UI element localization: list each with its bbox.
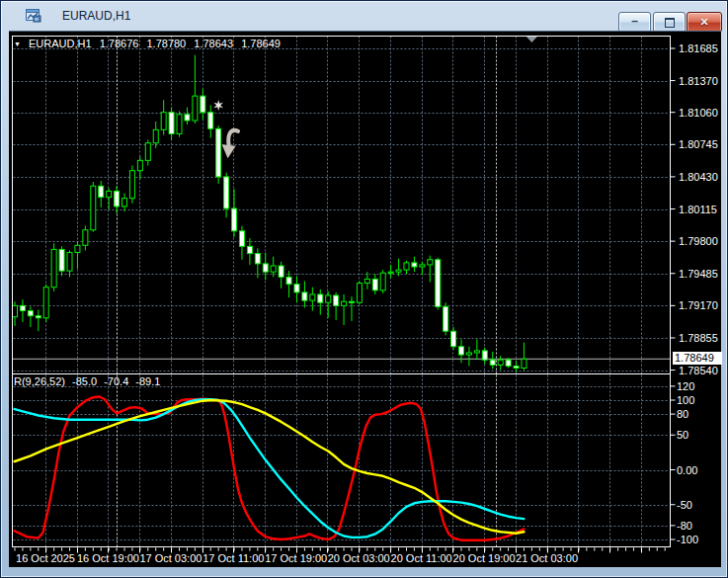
- indicator-value-cyan: -70.4: [104, 375, 128, 387]
- candle-bear: [349, 301, 354, 302]
- indicator-axis-label: 120: [677, 380, 694, 392]
- grid: [14, 37, 670, 547]
- current-price-tag: 1.78649: [673, 352, 722, 365]
- star-icon: [213, 100, 223, 111]
- candle-bear: [514, 366, 519, 368]
- candle-bull: [107, 191, 112, 197]
- price-label: 1.80745: [679, 138, 718, 150]
- time-label: 17 Oct 11:00: [202, 552, 264, 564]
- price-label: 1.79170: [679, 299, 718, 311]
- candle-bull: [177, 115, 182, 134]
- candle-bear: [201, 96, 205, 113]
- titlebar[interactable]: w EURAUD,H1 – ✕: [1, 1, 727, 31]
- candle-bear: [412, 263, 417, 267]
- window-title: EURAUD,H1: [62, 9, 130, 23]
- candle-bull: [342, 301, 347, 305]
- candle-bear: [279, 266, 283, 277]
- header-low: 1.78643: [194, 38, 233, 49]
- time-label: 20 Oct 03:00: [328, 552, 390, 564]
- indicator-axis-label: 80: [677, 408, 688, 420]
- candle-bull: [396, 270, 401, 272]
- candle-bull: [75, 245, 80, 252]
- time-label: 16 Oct 2025: [16, 552, 75, 564]
- candle-bull: [310, 294, 315, 300]
- candle-bull: [404, 263, 409, 270]
- ohlc-header: ▼ EURAUD,H1 1.78676 1.78780 1.78643 1.78…: [14, 38, 285, 49]
- candle-bear: [482, 351, 487, 360]
- candle-bull: [380, 273, 385, 290]
- indicator-axis-label: -80: [677, 520, 692, 532]
- candle-bull: [137, 160, 142, 170]
- candle-bear: [224, 177, 229, 208]
- candle-bear: [232, 208, 237, 231]
- candle-bear: [255, 254, 260, 264]
- candle-bull: [145, 143, 150, 161]
- candle-bull: [498, 360, 503, 365]
- close-icon: ✕: [688, 13, 721, 31]
- candle-bear: [208, 113, 213, 129]
- header-close: 1.78649: [241, 38, 281, 49]
- close-button[interactable]: ✕: [687, 12, 722, 33]
- candle-bull: [428, 260, 433, 265]
- candle-bull: [522, 359, 526, 368]
- time-label: 20 Oct 19:00: [453, 552, 516, 564]
- candle-bull: [129, 171, 134, 199]
- header-high: 1.78780: [146, 38, 186, 49]
- candle-bear: [115, 191, 120, 206]
- maximize-restore-button[interactable]: [653, 12, 686, 33]
- price-axis[interactable]: 1.816851.813701.810601.807451.804301.801…: [671, 42, 718, 545]
- price-label: 1.81685: [679, 42, 718, 54]
- candle-bull: [161, 113, 166, 130]
- candle-bear: [263, 264, 268, 272]
- candle-bull: [122, 199, 127, 206]
- price-label: 1.81060: [679, 107, 718, 119]
- candle-bear: [185, 115, 190, 121]
- candle-bull: [271, 266, 276, 272]
- candle-bear: [36, 316, 40, 318]
- minimize-icon: –: [619, 14, 650, 29]
- price-label: 1.79800: [679, 235, 718, 247]
- price-label: 1.81370: [679, 75, 718, 87]
- candle-bear: [247, 246, 252, 253]
- price-label: 1.80430: [679, 171, 718, 183]
- indicator-label: R(9,26,52) -85.0 -70.4 -89.1: [14, 375, 164, 387]
- candle-bull: [91, 186, 96, 230]
- indicator-value-yellow: -89.1: [135, 375, 160, 387]
- chart-content[interactable]: 1.816851.813701.810601.807451.804301.801…: [9, 31, 721, 567]
- price-label: 1.80115: [679, 204, 717, 215]
- candle-bear: [451, 331, 456, 347]
- price-label: 1.79485: [679, 268, 718, 280]
- chart-plot[interactable]: 1.816851.813701.810601.807451.804301.801…: [9, 31, 721, 567]
- indicator-axis-label: 50: [677, 429, 688, 441]
- candle-bear: [436, 260, 441, 307]
- candle-bull: [83, 230, 88, 246]
- indicator-axis-label: 0.00: [677, 464, 697, 476]
- candle-bear: [302, 292, 307, 300]
- time-label: 16 Oct 19:00: [77, 552, 139, 564]
- time-label: 17 Oct 03:00: [139, 552, 202, 564]
- time-axis[interactable]: 16 Oct 202516 Oct 19:0017 Oct 03:0017 Oc…: [15, 548, 665, 565]
- candle-bull: [388, 272, 393, 273]
- candle-bear: [20, 305, 25, 310]
- candle-bear: [459, 347, 464, 355]
- restore-icon: [665, 18, 675, 28]
- shift-marker-icon: [526, 37, 537, 42]
- svg-text:w: w: [35, 16, 39, 22]
- indicator-axis-label: 100: [677, 394, 694, 406]
- minimize-button[interactable]: –: [618, 12, 651, 33]
- indicator-line-red: [12, 397, 525, 540]
- collapse-arrow-icon: ▼: [14, 41, 21, 47]
- candles-group: [13, 55, 526, 372]
- candle-bull: [51, 249, 56, 287]
- indicator-name: R(9,26,52): [14, 375, 65, 387]
- candle-bull: [474, 351, 479, 353]
- candle-bull: [326, 295, 331, 302]
- indicator-axis-label: -100: [677, 534, 698, 545]
- candle-bull: [13, 305, 18, 316]
- time-label: 21 Oct 03:00: [516, 552, 578, 564]
- header-open: 1.78676: [100, 38, 139, 49]
- candle-bull: [466, 353, 471, 355]
- candle-bull: [364, 279, 369, 283]
- candle-bull: [43, 288, 48, 318]
- indicator-lines: [12, 397, 525, 540]
